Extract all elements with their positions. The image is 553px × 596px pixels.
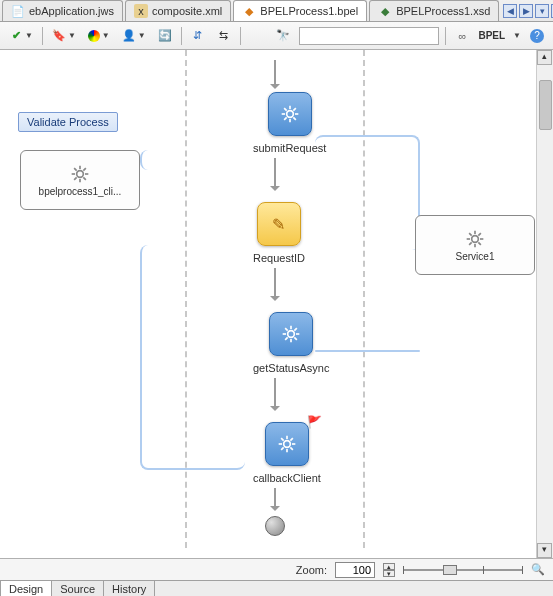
gear-icon — [277, 434, 297, 454]
tree-icon: ⇵ — [191, 29, 205, 43]
flow-arrow — [274, 268, 276, 300]
xsd-icon: ◆ — [378, 4, 392, 18]
zoom-slider[interactable] — [403, 563, 523, 577]
svg-line-24 — [293, 117, 296, 120]
node-request-id[interactable]: ✎ RequestID — [253, 202, 305, 264]
end-node[interactable] — [265, 516, 285, 536]
chevron-down-icon: ▼ — [513, 31, 521, 40]
partner-label: bpelprocess1_cli... — [39, 186, 122, 197]
tab-label: ebApplication.jws — [29, 5, 114, 17]
check-icon: ✔ — [9, 29, 23, 43]
zoom-label: Zoom: — [296, 564, 327, 576]
node-label: RequestID — [253, 252, 305, 264]
file-tabs: 📄 ebApplication.jws x composite.xml ◆ BP… — [0, 0, 553, 22]
svg-point-27 — [288, 331, 295, 338]
tab-label: BPELProcess1.xsd — [396, 5, 490, 17]
tab-bpelprocess-xsd[interactable]: ◆ BPELProcess1.xsd — [369, 0, 499, 21]
flow-arrow — [274, 158, 276, 190]
node-get-status-async[interactable]: getStatusAsync — [253, 312, 329, 374]
svg-line-32 — [285, 328, 288, 331]
link-button[interactable]: ∞ — [452, 27, 472, 45]
svg-line-15 — [478, 242, 481, 245]
binoculars-icon: 🔭 — [276, 29, 290, 43]
svg-point-36 — [284, 441, 291, 448]
node-callback-client[interactable]: 🚩 callbackClient — [253, 422, 321, 484]
scroll-down-icon[interactable]: ▾ — [537, 543, 552, 558]
scroll-up-icon[interactable]: ▴ — [537, 50, 552, 65]
spin-up-icon[interactable]: ▴ — [383, 563, 395, 570]
scroll-thumb[interactable] — [539, 80, 552, 130]
check-button[interactable]: ✔▼ — [6, 27, 36, 45]
svg-line-35 — [295, 328, 298, 331]
palette-icon — [88, 30, 100, 42]
zoom-bar: Zoom: ▴▾ 🔍 — [0, 558, 553, 580]
flow-arrow — [274, 488, 276, 510]
flow-arrow — [274, 378, 276, 410]
xml-icon: x — [134, 4, 148, 18]
tab-next-icon[interactable]: ▶ — [519, 4, 533, 18]
svg-line-5 — [74, 168, 77, 171]
connector — [140, 150, 250, 170]
svg-line-34 — [285, 337, 288, 340]
svg-line-8 — [83, 168, 86, 171]
connector — [140, 245, 245, 470]
tab-composite[interactable]: x composite.xml — [125, 0, 231, 21]
node-submit-request[interactable]: submitRequest — [253, 92, 326, 154]
partner-client[interactable]: bpelprocess1_cli... — [20, 150, 140, 210]
chain-icon: ∞ — [455, 29, 469, 43]
bpel-label: BPEL — [478, 30, 505, 41]
zoom-spinner[interactable]: ▴▾ — [383, 563, 395, 577]
node-label: getStatusAsync — [253, 362, 329, 374]
node-label: submitRequest — [253, 142, 326, 154]
node-label: callbackClient — [253, 472, 321, 484]
bookmark-button[interactable]: 🔖▼ — [49, 27, 79, 45]
svg-line-44 — [290, 438, 293, 441]
svg-point-9 — [472, 235, 479, 242]
tab-bpelprocess[interactable]: ◆ BPELProcess1.bpel — [233, 0, 367, 21]
help-button[interactable]: ? — [527, 27, 547, 45]
structure-button[interactable]: ⇵ — [188, 27, 208, 45]
palette-button[interactable]: ▼ — [85, 28, 113, 44]
validate-process-button[interactable]: Validate Process — [18, 112, 118, 132]
user-button[interactable]: 👤▼ — [119, 27, 149, 45]
scrollbar-vertical[interactable]: ▴ ▾ — [536, 50, 553, 558]
magnify-icon[interactable]: 🔍 — [531, 563, 545, 577]
svg-line-14 — [469, 233, 472, 236]
flow-arrow — [274, 60, 276, 88]
refresh-button[interactable]: 🔄 — [155, 27, 175, 45]
tab-history[interactable]: History — [103, 581, 155, 596]
svg-line-42 — [290, 447, 293, 450]
svg-line-7 — [74, 177, 77, 180]
binoculars-button[interactable]: 🔭 — [273, 27, 293, 45]
partner-label: Service1 — [456, 251, 495, 262]
bpel-icon: ◆ — [242, 4, 256, 18]
search-input[interactable] — [299, 27, 439, 45]
spin-down-icon[interactable]: ▾ — [383, 570, 395, 577]
tab-source[interactable]: Source — [51, 581, 104, 596]
connector — [315, 350, 420, 352]
tab-prev-icon[interactable]: ◀ — [503, 4, 517, 18]
refresh-icon: 🔄 — [158, 29, 172, 43]
tab-nav: ◀ ▶ ▾ × — [501, 4, 553, 18]
bookmark-icon: 🔖 — [52, 29, 66, 43]
svg-line-6 — [83, 177, 86, 180]
assign-icon: ✎ — [272, 215, 285, 234]
svg-line-26 — [293, 108, 296, 111]
toolbar: ✔▼ 🔖▼ ▼ 👤▼ 🔄 ⇵ ⇆ 🔭 ∞ BPEL ▼ ? — [0, 22, 553, 50]
partner-service[interactable]: Service1 — [415, 215, 535, 275]
svg-line-17 — [478, 233, 481, 236]
slider-thumb[interactable] — [443, 565, 457, 575]
flow-button[interactable]: ⇆ — [214, 27, 234, 45]
tab-design[interactable]: Design — [0, 581, 52, 596]
tab-list-icon[interactable]: ▾ — [535, 4, 549, 18]
gear-icon — [281, 324, 301, 344]
gear-icon — [70, 164, 90, 184]
zoom-input[interactable] — [335, 562, 375, 578]
svg-line-23 — [284, 108, 287, 111]
chevron-down-icon: ▼ — [68, 31, 76, 40]
design-canvas[interactable]: Validate Process bpelprocess1_cli... Ser… — [0, 50, 553, 558]
tab-label: BPELProcess1.bpel — [260, 5, 358, 17]
tab-ebapplication[interactable]: 📄 ebApplication.jws — [2, 0, 123, 21]
svg-line-16 — [469, 242, 472, 245]
chevron-down-icon: ▼ — [102, 31, 110, 40]
